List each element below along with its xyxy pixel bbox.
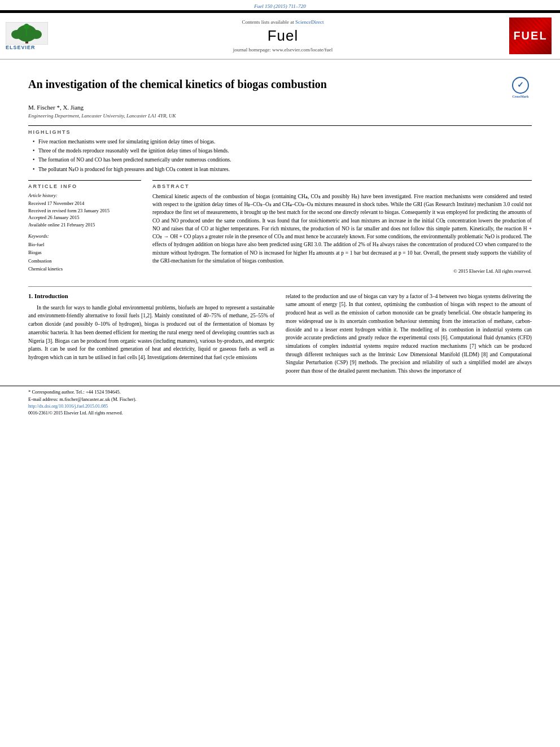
journal-name: Fuel (62, 27, 504, 45)
svg-point-4 (30, 30, 42, 39)
article-title-block: An investigation of the chemical kinetic… (28, 77, 532, 99)
crossmark-label: CrossMark (512, 95, 528, 99)
abstract-section: ABSTRACT Chemical kinetic aspects of the… (152, 180, 532, 274)
svg-point-5 (24, 24, 29, 29)
keywords-list: Bio-fuel Biogas Combustion Chemical kine… (28, 241, 141, 273)
article-info-section: ARTICLE INFO Article history: Received 1… (28, 180, 141, 273)
intro-left-text: In the search for ways to handle global … (28, 304, 274, 362)
abstract-label: ABSTRACT (152, 181, 532, 189)
keywords-block: Keywords: Bio-fuel Biogas Combustion Che… (28, 233, 141, 273)
copyright-line: © 2015 Elsevier Ltd. All rights reserved… (152, 268, 532, 274)
body-left: 1. Introduction In the search for ways t… (28, 292, 274, 380)
crossmark-box: ✓ CrossMark (509, 77, 532, 99)
authors: M. Fischer *, X. Jiang (28, 104, 532, 111)
intro-paragraph-2: related to the production and use of bio… (286, 292, 532, 375)
svg-point-3 (11, 30, 23, 39)
journal-citation: Fuel 150 (2015) 711–720 (0, 0, 560, 10)
email-note: E-mail address: m.fischer@lancaster.ac.u… (28, 396, 532, 402)
science-direct-line: Contents lists available at ScienceDirec… (62, 19, 504, 25)
elsevier-text: ELSEVIER (6, 45, 36, 50)
affiliation: Engineering Department, Lancaster Univer… (28, 113, 532, 119)
received-date: Received 17 November 2014 (28, 200, 141, 207)
doi-link[interactable]: http://dx.doi.org/10.1016/j.fuel.2015.01… (28, 404, 532, 409)
history-block: Article history: Received 17 November 20… (28, 193, 141, 229)
fuel-logo-box: FUEL (509, 18, 554, 54)
journal-center-info: Contents lists available at ScienceDirec… (62, 19, 504, 53)
list-item: The pollutant N₂O is produced for high p… (33, 166, 532, 173)
elsevier-logo: ELSEVIER (6, 22, 56, 50)
intro-paragraph-1: In the search for ways to handle global … (28, 304, 274, 362)
keywords-title: Keywords: (28, 233, 141, 239)
elsevier-logo-box: ELSEVIER (6, 22, 56, 50)
accepted-date: Accepted 26 January 2015 (28, 214, 141, 221)
article-title: An investigation of the chemical kinetic… (28, 77, 504, 91)
page: Fuel 150 (2015) 711–720 (0, 0, 560, 747)
list-item: Five reaction mechanisms were used for s… (33, 138, 532, 146)
info-abstract-columns: ARTICLE INFO Article history: Received 1… (28, 180, 532, 278)
list-item: The formation of NO and CO has been pred… (33, 156, 532, 164)
highlights-list: Five reaction mechanisms were used for s… (28, 138, 532, 173)
elsevier-tree-icon (6, 22, 48, 45)
body-columns: 1. Introduction In the search for ways t… (28, 292, 532, 380)
body-divider (28, 286, 532, 287)
keyword-item: Bio-fuel (28, 241, 141, 248)
abstract-column: ABSTRACT Chemical kinetic aspects of the… (152, 180, 532, 278)
history-title: Article history: (28, 193, 141, 198)
footer-copyright: 0016-2361/© 2015 Elsevier Ltd. All right… (28, 410, 532, 416)
footer: * Corresponding author. Tel.: +44 1524 5… (0, 386, 560, 418)
corresponding-note: * Corresponding author. Tel.: +44 1524 5… (28, 389, 532, 395)
article-info-column: ARTICLE INFO Article history: Received 1… (28, 180, 141, 278)
intro-heading: 1. Introduction (28, 292, 274, 299)
journal-header: ELSEVIER Contents lists available at Sci… (0, 12, 560, 59)
abstract-text: Chemical kinetic aspects of the combusti… (152, 193, 532, 265)
list-item: Three of the models reproduce reasonably… (33, 147, 532, 155)
crossmark-icon: ✓ (512, 77, 529, 94)
available-date: Available online 21 February 2015 (28, 221, 141, 229)
journal-homepage: journal homepage: www.elsevier.com/locat… (62, 47, 504, 53)
intro-right-text: related to the production and use of bio… (286, 292, 532, 375)
keyword-item: Chemical kinetics (28, 265, 141, 273)
received-revised-date: Received in revised form 23 January 2015 (28, 207, 141, 215)
article-info-label: ARTICLE INFO (28, 181, 141, 189)
science-direct-link[interactable]: ScienceDirect (295, 19, 323, 25)
keyword-item: Biogas (28, 248, 141, 256)
fuel-logo: FUEL (509, 18, 552, 54)
main-content: An investigation of the chemical kinetic… (0, 60, 560, 386)
body-right: related to the production and use of bio… (286, 292, 532, 380)
keyword-item: Combustion (28, 257, 141, 265)
highlights-label: HIGHLIGHTS (28, 125, 532, 135)
